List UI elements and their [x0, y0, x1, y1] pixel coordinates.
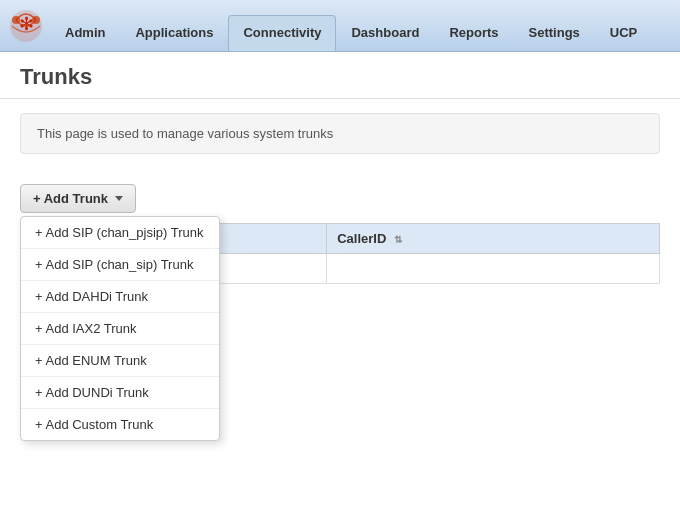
nav-tab-applications[interactable]: Applications — [120, 15, 228, 51]
col-callerid[interactable]: CallerID ⇅ — [327, 224, 660, 254]
dropdown-item-add-dundi[interactable]: + Add DUNDi Trunk — [21, 377, 219, 409]
dropdown-item-add-custom[interactable]: + Add Custom Trunk — [21, 409, 219, 440]
add-trunk-dropdown: + Add SIP (chan_pjsip) Trunk+ Add SIP (c… — [20, 216, 220, 441]
cell-callerid — [327, 254, 660, 284]
page-content: Trunks This page is used to manage vario… — [0, 52, 680, 510]
nav-tab-dashboard[interactable]: Dashboard — [336, 15, 434, 51]
dropdown-item-add-iax2[interactable]: + Add IAX2 Trunk — [21, 313, 219, 345]
dropdown-item-add-enum[interactable]: + Add ENUM Trunk — [21, 345, 219, 377]
nav-tab-connectivity[interactable]: Connectivity — [228, 15, 336, 51]
page-header: Trunks — [0, 52, 680, 99]
page-title: Trunks — [20, 64, 660, 90]
dropdown-item-add-dahdi[interactable]: + Add DAHDi Trunk — [21, 281, 219, 313]
nav-tab-admin[interactable]: Admin — [50, 15, 120, 51]
info-text: This page is used to manage various syst… — [37, 126, 333, 141]
add-trunk-button[interactable]: + Add Trunk — [20, 184, 136, 213]
info-box: This page is used to manage various syst… — [20, 113, 660, 154]
dropdown-caret-icon — [115, 196, 123, 201]
nav-tab-reports[interactable]: Reports — [434, 15, 513, 51]
callerid-sort-icon: ⇅ — [394, 234, 402, 245]
nav-tab-ucp[interactable]: UCP — [595, 15, 652, 51]
dropdown-item-add-sip-pjsip[interactable]: + Add SIP (chan_pjsip) Trunk — [21, 217, 219, 249]
nav-tab-settings[interactable]: Settings — [514, 15, 595, 51]
add-trunk-label: + Add Trunk — [33, 191, 108, 206]
dropdown-item-add-sip-chan-sip[interactable]: + Add SIP (chan_sip) Trunk — [21, 249, 219, 281]
nav-tabs: AdminApplicationsConnectivityDashboardRe… — [50, 0, 652, 51]
navbar: ✻ AdminApplicationsConnectivityDashboard… — [0, 0, 680, 52]
app-logo: ✻ — [8, 8, 44, 44]
toolbar: + Add Trunk + Add SIP (chan_pjsip) Trunk… — [0, 168, 680, 223]
